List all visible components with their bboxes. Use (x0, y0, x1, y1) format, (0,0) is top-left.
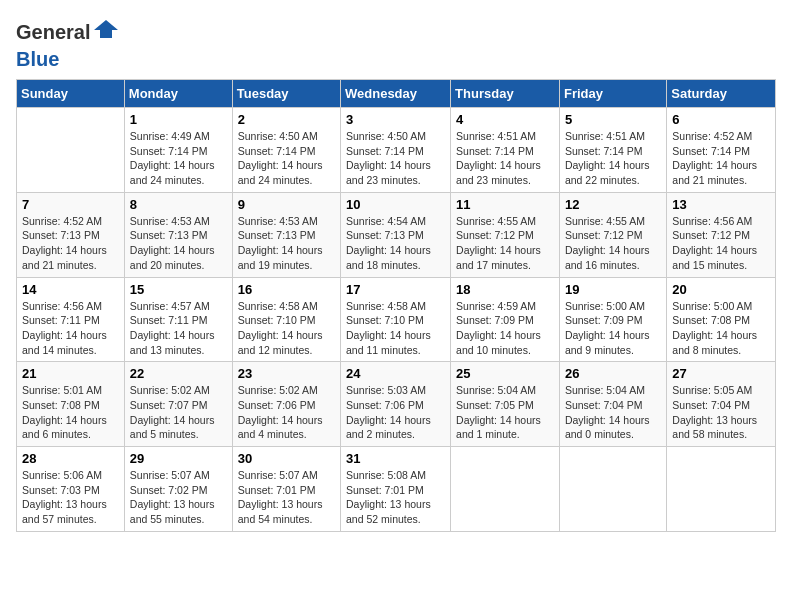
day-info: Sunrise: 4:51 AM Sunset: 7:14 PM Dayligh… (456, 129, 554, 188)
logo-general: General (16, 21, 90, 44)
calendar-cell: 27Sunrise: 5:05 AM Sunset: 7:04 PM Dayli… (667, 362, 776, 447)
day-info: Sunrise: 4:55 AM Sunset: 7:12 PM Dayligh… (565, 214, 661, 273)
calendar-cell: 11Sunrise: 4:55 AM Sunset: 7:12 PM Dayli… (451, 192, 560, 277)
col-header-monday: Monday (124, 80, 232, 108)
calendar-cell: 17Sunrise: 4:58 AM Sunset: 7:10 PM Dayli… (341, 277, 451, 362)
day-info: Sunrise: 4:57 AM Sunset: 7:11 PM Dayligh… (130, 299, 227, 358)
day-number: 1 (130, 112, 227, 127)
day-info: Sunrise: 4:59 AM Sunset: 7:09 PM Dayligh… (456, 299, 554, 358)
calendar-cell: 20Sunrise: 5:00 AM Sunset: 7:08 PM Dayli… (667, 277, 776, 362)
day-number: 25 (456, 366, 554, 381)
day-info: Sunrise: 4:56 AM Sunset: 7:11 PM Dayligh… (22, 299, 119, 358)
day-info: Sunrise: 5:02 AM Sunset: 7:06 PM Dayligh… (238, 383, 335, 442)
day-info: Sunrise: 4:53 AM Sunset: 7:13 PM Dayligh… (238, 214, 335, 273)
calendar-cell: 28Sunrise: 5:06 AM Sunset: 7:03 PM Dayli… (17, 447, 125, 532)
col-header-thursday: Thursday (451, 80, 560, 108)
day-number: 15 (130, 282, 227, 297)
calendar-cell: 18Sunrise: 4:59 AM Sunset: 7:09 PM Dayli… (451, 277, 560, 362)
calendar-cell: 29Sunrise: 5:07 AM Sunset: 7:02 PM Dayli… (124, 447, 232, 532)
calendar-cell: 4Sunrise: 4:51 AM Sunset: 7:14 PM Daylig… (451, 108, 560, 193)
day-info: Sunrise: 5:02 AM Sunset: 7:07 PM Dayligh… (130, 383, 227, 442)
calendar-cell: 30Sunrise: 5:07 AM Sunset: 7:01 PM Dayli… (232, 447, 340, 532)
day-number: 24 (346, 366, 445, 381)
calendar-cell: 6Sunrise: 4:52 AM Sunset: 7:14 PM Daylig… (667, 108, 776, 193)
calendar-cell: 2Sunrise: 4:50 AM Sunset: 7:14 PM Daylig… (232, 108, 340, 193)
calendar-cell: 7Sunrise: 4:52 AM Sunset: 7:13 PM Daylig… (17, 192, 125, 277)
day-info: Sunrise: 5:00 AM Sunset: 7:08 PM Dayligh… (672, 299, 770, 358)
calendar-cell: 22Sunrise: 5:02 AM Sunset: 7:07 PM Dayli… (124, 362, 232, 447)
day-number: 27 (672, 366, 770, 381)
col-header-friday: Friday (559, 80, 666, 108)
calendar-cell (667, 447, 776, 532)
calendar-cell: 3Sunrise: 4:50 AM Sunset: 7:14 PM Daylig… (341, 108, 451, 193)
day-info: Sunrise: 4:53 AM Sunset: 7:13 PM Dayligh… (130, 214, 227, 273)
page-header: General Blue (16, 16, 776, 71)
day-number: 20 (672, 282, 770, 297)
calendar-cell: 25Sunrise: 5:04 AM Sunset: 7:05 PM Dayli… (451, 362, 560, 447)
day-number: 12 (565, 197, 661, 212)
day-number: 11 (456, 197, 554, 212)
calendar-cell: 5Sunrise: 4:51 AM Sunset: 7:14 PM Daylig… (559, 108, 666, 193)
calendar-cell: 23Sunrise: 5:02 AM Sunset: 7:06 PM Dayli… (232, 362, 340, 447)
calendar-cell: 26Sunrise: 5:04 AM Sunset: 7:04 PM Dayli… (559, 362, 666, 447)
day-info: Sunrise: 4:58 AM Sunset: 7:10 PM Dayligh… (238, 299, 335, 358)
day-info: Sunrise: 4:50 AM Sunset: 7:14 PM Dayligh… (238, 129, 335, 188)
calendar-cell: 15Sunrise: 4:57 AM Sunset: 7:11 PM Dayli… (124, 277, 232, 362)
day-number: 18 (456, 282, 554, 297)
calendar-cell: 1Sunrise: 4:49 AM Sunset: 7:14 PM Daylig… (124, 108, 232, 193)
calendar-cell: 24Sunrise: 5:03 AM Sunset: 7:06 PM Dayli… (341, 362, 451, 447)
day-number: 19 (565, 282, 661, 297)
col-header-wednesday: Wednesday (341, 80, 451, 108)
day-info: Sunrise: 5:06 AM Sunset: 7:03 PM Dayligh… (22, 468, 119, 527)
day-info: Sunrise: 5:01 AM Sunset: 7:08 PM Dayligh… (22, 383, 119, 442)
logo: General Blue (16, 16, 120, 71)
calendar-cell: 19Sunrise: 5:00 AM Sunset: 7:09 PM Dayli… (559, 277, 666, 362)
col-header-sunday: Sunday (17, 80, 125, 108)
calendar-cell: 8Sunrise: 4:53 AM Sunset: 7:13 PM Daylig… (124, 192, 232, 277)
day-info: Sunrise: 4:55 AM Sunset: 7:12 PM Dayligh… (456, 214, 554, 273)
day-number: 16 (238, 282, 335, 297)
day-number: 4 (456, 112, 554, 127)
day-info: Sunrise: 4:50 AM Sunset: 7:14 PM Dayligh… (346, 129, 445, 188)
svg-marker-0 (94, 20, 118, 38)
day-info: Sunrise: 5:03 AM Sunset: 7:06 PM Dayligh… (346, 383, 445, 442)
day-info: Sunrise: 5:04 AM Sunset: 7:05 PM Dayligh… (456, 383, 554, 442)
day-number: 5 (565, 112, 661, 127)
logo-bird-icon (92, 16, 120, 48)
day-info: Sunrise: 5:07 AM Sunset: 7:01 PM Dayligh… (238, 468, 335, 527)
day-number: 30 (238, 451, 335, 466)
day-number: 17 (346, 282, 445, 297)
calendar-cell: 13Sunrise: 4:56 AM Sunset: 7:12 PM Dayli… (667, 192, 776, 277)
day-info: Sunrise: 4:51 AM Sunset: 7:14 PM Dayligh… (565, 129, 661, 188)
calendar-cell: 12Sunrise: 4:55 AM Sunset: 7:12 PM Dayli… (559, 192, 666, 277)
calendar-cell: 21Sunrise: 5:01 AM Sunset: 7:08 PM Dayli… (17, 362, 125, 447)
day-number: 3 (346, 112, 445, 127)
calendar-cell: 31Sunrise: 5:08 AM Sunset: 7:01 PM Dayli… (341, 447, 451, 532)
calendar-cell (559, 447, 666, 532)
day-info: Sunrise: 5:04 AM Sunset: 7:04 PM Dayligh… (565, 383, 661, 442)
day-info: Sunrise: 4:52 AM Sunset: 7:14 PM Dayligh… (672, 129, 770, 188)
day-number: 2 (238, 112, 335, 127)
day-info: Sunrise: 4:56 AM Sunset: 7:12 PM Dayligh… (672, 214, 770, 273)
day-number: 23 (238, 366, 335, 381)
day-number: 22 (130, 366, 227, 381)
calendar-cell (17, 108, 125, 193)
day-number: 21 (22, 366, 119, 381)
day-number: 31 (346, 451, 445, 466)
day-info: Sunrise: 5:05 AM Sunset: 7:04 PM Dayligh… (672, 383, 770, 442)
day-info: Sunrise: 5:08 AM Sunset: 7:01 PM Dayligh… (346, 468, 445, 527)
day-info: Sunrise: 5:07 AM Sunset: 7:02 PM Dayligh… (130, 468, 227, 527)
day-info: Sunrise: 4:54 AM Sunset: 7:13 PM Dayligh… (346, 214, 445, 273)
calendar-cell: 16Sunrise: 4:58 AM Sunset: 7:10 PM Dayli… (232, 277, 340, 362)
calendar-cell (451, 447, 560, 532)
calendar-cell: 10Sunrise: 4:54 AM Sunset: 7:13 PM Dayli… (341, 192, 451, 277)
day-info: Sunrise: 4:58 AM Sunset: 7:10 PM Dayligh… (346, 299, 445, 358)
day-number: 13 (672, 197, 770, 212)
col-header-saturday: Saturday (667, 80, 776, 108)
day-number: 8 (130, 197, 227, 212)
day-number: 29 (130, 451, 227, 466)
calendar-table: SundayMondayTuesdayWednesdayThursdayFrid… (16, 79, 776, 532)
day-number: 10 (346, 197, 445, 212)
day-number: 14 (22, 282, 119, 297)
day-number: 9 (238, 197, 335, 212)
